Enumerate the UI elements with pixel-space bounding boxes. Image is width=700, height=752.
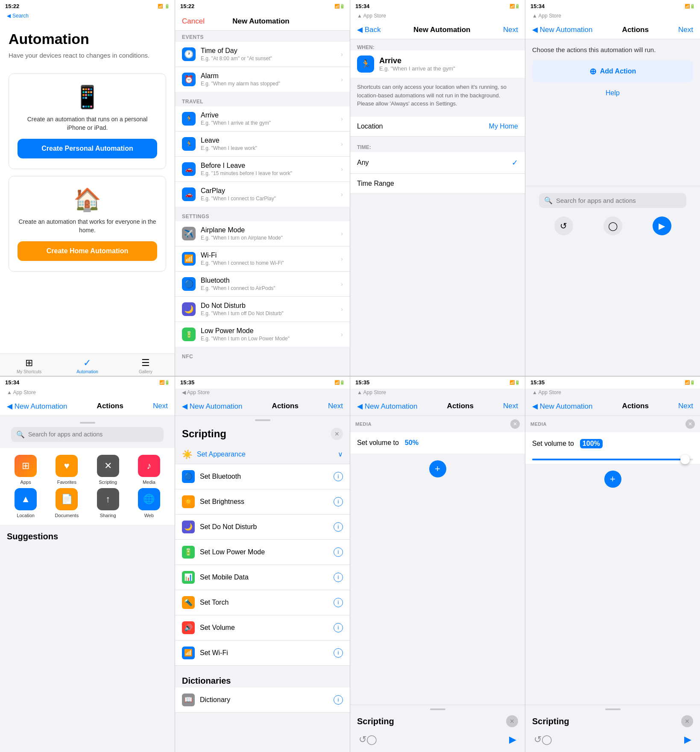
create-home-automation-button[interactable]: Create Home Automation bbox=[18, 241, 157, 261]
list-item-airplane[interactable]: ✈️ Airplane Mode E.g. "When I turn on Ai… bbox=[175, 221, 350, 246]
scripting-close-b3[interactable]: ✕ bbox=[506, 715, 518, 727]
next-button-b3[interactable]: Next bbox=[503, 402, 518, 410]
help-button[interactable]: Help bbox=[525, 86, 700, 100]
app-item-scripting[interactable]: ✕ Scripting bbox=[89, 455, 127, 485]
list-item-time-of-day[interactable]: 🕐 Time of Day E.g. "At 8:00 am" or "At s… bbox=[175, 42, 350, 67]
action-icon-2[interactable]: ◯ bbox=[603, 217, 622, 235]
time-option-any[interactable]: Any ✓ bbox=[350, 152, 525, 174]
status-bar-4: 15:34 📶🔋 bbox=[525, 0, 700, 12]
add-action-circle-btn[interactable]: + bbox=[429, 460, 446, 477]
list-item-low-power[interactable]: 🔋 Low Power Mode E.g. "When I turn on Lo… bbox=[175, 322, 350, 347]
slider-thumb[interactable] bbox=[680, 455, 690, 464]
info-low-power[interactable]: i bbox=[334, 547, 343, 557]
next-button-b2[interactable]: Next bbox=[328, 402, 343, 410]
tab-gallery[interactable]: ☰ Gallery bbox=[117, 357, 175, 374]
volume-percent-50: 50% bbox=[405, 439, 419, 447]
next-button-b4[interactable]: Next bbox=[678, 402, 693, 410]
rewind-icon-b4[interactable]: ↺ bbox=[534, 734, 542, 745]
app-item-web[interactable]: 🌐 Web bbox=[130, 488, 168, 518]
scripting-title-b3: Scripting bbox=[357, 717, 394, 726]
action-icon-play[interactable]: ▶ bbox=[653, 217, 671, 235]
scripting-close-b4[interactable]: ✕ bbox=[681, 715, 693, 727]
circle-icon-b3[interactable]: ◯ bbox=[366, 734, 377, 745]
status-time-b1: 15:34 bbox=[5, 379, 19, 386]
media-close-btn-b4[interactable]: ✕ bbox=[685, 419, 695, 429]
next-button-b1[interactable]: Next bbox=[153, 402, 168, 410]
tab-automation-label: Automation bbox=[76, 369, 98, 374]
info-dictionary[interactable]: i bbox=[334, 695, 343, 705]
next-button-3[interactable]: Next bbox=[503, 26, 518, 34]
scripting-title-b4: Scripting bbox=[532, 717, 569, 726]
travel-list-group: 🏃 Arrive E.g. "When I arrive at the gym"… bbox=[175, 106, 350, 207]
dictionaries-title: Dictionaries bbox=[182, 676, 231, 686]
list-item-wifi[interactable]: 📶 Wi-Fi E.g. "When I connect to home Wi-… bbox=[175, 246, 350, 272]
list-item-carplay[interactable]: 🚗 CarPlay E.g. "When I connect to CarPla… bbox=[175, 182, 350, 207]
info-volume[interactable]: i bbox=[334, 623, 343, 632]
app-item-favorites[interactable]: ♥ Favorites bbox=[48, 455, 85, 485]
info-bluetooth[interactable]: i bbox=[334, 472, 343, 481]
info-mobile-data[interactable]: i bbox=[334, 573, 343, 582]
favorites-icon: ♥ bbox=[56, 455, 78, 477]
actions-search-bar[interactable]: 🔍 bbox=[539, 193, 686, 208]
next-button-4[interactable]: Next bbox=[678, 26, 693, 34]
tab-my-shortcuts[interactable]: ⊞ My Shortcuts bbox=[0, 357, 58, 374]
list-item-arrive[interactable]: 🏃 Arrive E.g. "When I arrive at the gym"… bbox=[175, 106, 350, 132]
list-item-dnd[interactable]: 🌙 Do Not Disturb E.g. "When I turn off D… bbox=[175, 297, 350, 322]
slider-fill bbox=[532, 459, 685, 460]
rewind-icon-b3[interactable]: ↺ bbox=[359, 734, 366, 745]
volume-slider-container[interactable] bbox=[525, 455, 700, 464]
cancel-button[interactable]: Cancel bbox=[182, 17, 205, 26]
app-item-documents[interactable]: 📄 Documents bbox=[48, 488, 85, 518]
circle-icon-b4[interactable]: ◯ bbox=[542, 734, 552, 745]
info-dnd[interactable]: i bbox=[334, 522, 343, 532]
scripting-item-brightness[interactable]: ☀️ Set Brightness i bbox=[175, 489, 350, 515]
status-bar-1: 15:22 📶 🔋 bbox=[0, 0, 175, 12]
scripting-item-dictionary[interactable]: 📖 Dictionary i bbox=[175, 688, 350, 713]
scripting-item-dnd[interactable]: 🌙 Set Do Not Disturb i bbox=[175, 515, 350, 540]
play-icon-b3[interactable]: ▶ bbox=[509, 734, 516, 745]
list-item-bluetooth[interactable]: 🔵 Bluetooth E.g. "When I connect to AirP… bbox=[175, 272, 350, 297]
app-item-sharing[interactable]: ↑ Sharing bbox=[89, 488, 127, 518]
back-button-b2[interactable]: ◀ New Automation bbox=[182, 402, 243, 411]
info-wifi[interactable]: i bbox=[334, 648, 343, 658]
back-button-b3[interactable]: ◀ New Automation bbox=[357, 402, 418, 411]
search-bar-b1[interactable]: 🔍 bbox=[11, 427, 164, 442]
list-item-alarm[interactable]: ⏰ Alarm E.g. "When my alarm has stopped"… bbox=[175, 67, 350, 92]
info-torch[interactable]: i bbox=[334, 598, 343, 607]
back-button-b1[interactable]: ◀ New Automation bbox=[7, 402, 67, 411]
scripting-item-bluetooth[interactable]: 🔵 Set Bluetooth i bbox=[175, 464, 350, 489]
scripting-item-mobile-data[interactable]: 📊 Set Mobile Data i bbox=[175, 565, 350, 590]
home-icon-wrap: 🏠 bbox=[73, 187, 101, 213]
time-option-range[interactable]: Time Range bbox=[350, 174, 525, 194]
tab-automation[interactable]: ✓ Automation bbox=[58, 357, 116, 374]
back-button-4[interactable]: ◀ New Automation bbox=[532, 25, 593, 34]
add-action-button[interactable]: ⊕ Add Action bbox=[532, 60, 693, 82]
scripting-item-low-power[interactable]: 🔋 Set Low Power Mode i bbox=[175, 540, 350, 565]
create-personal-automation-button[interactable]: Create Personal Automation bbox=[18, 139, 157, 158]
info-brightness[interactable]: i bbox=[334, 497, 343, 506]
media-close-btn-b3[interactable]: ✕ bbox=[510, 419, 520, 429]
location-row[interactable]: Location My Home bbox=[350, 117, 525, 137]
nav-bar-b1: ◀ New Automation Actions Next bbox=[0, 397, 175, 416]
collapsed-set-appearance[interactable]: ☀️ Set Appearance ∨ bbox=[175, 445, 350, 464]
actions-search-input[interactable] bbox=[556, 197, 681, 204]
modal-header-b2: Scripting ✕ bbox=[175, 424, 350, 445]
play-icon-b4[interactable]: ▶ bbox=[684, 734, 691, 745]
app-item-apps[interactable]: ⊞ Apps bbox=[7, 455, 44, 485]
app-item-location[interactable]: ▲ Location bbox=[7, 488, 44, 518]
action-icon-1[interactable]: ↺ bbox=[554, 217, 573, 235]
nav-subtitle-4: App Store bbox=[539, 13, 561, 19]
app-item-media[interactable]: ♪ Media bbox=[130, 455, 168, 485]
search-input-b1[interactable] bbox=[28, 431, 158, 438]
add-action-circle-btn-100[interactable]: + bbox=[604, 471, 621, 488]
list-item-before-leave[interactable]: 🚗 Before I Leave E.g. "15 minutes before… bbox=[175, 157, 350, 182]
nav-bar-b3: ◀ New Automation Actions Next bbox=[350, 397, 525, 416]
home-card-desc: Create an automation that works for ever… bbox=[18, 218, 157, 234]
scripting-item-torch[interactable]: 🔦 Set Torch i bbox=[175, 590, 350, 615]
scripting-item-volume[interactable]: 🔊 Set Volume i bbox=[175, 615, 350, 641]
back-button-3[interactable]: ◀ Back bbox=[357, 25, 381, 34]
list-item-leave[interactable]: 🏃 Leave E.g. "When I leave work" › bbox=[175, 132, 350, 157]
modal-close-button[interactable]: ✕ bbox=[331, 428, 343, 440]
scripting-item-wifi[interactable]: 📶 Set Wi-Fi i bbox=[175, 641, 350, 666]
back-button-b4[interactable]: ◀ New Automation bbox=[532, 402, 593, 411]
